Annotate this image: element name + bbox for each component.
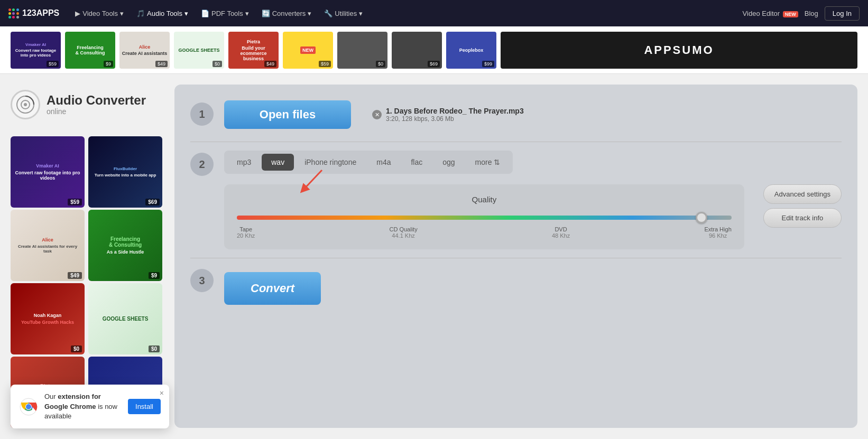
quality-panel: Quality Tape 20 Khz CD Quality bbox=[224, 184, 744, 249]
ad-price-9: $99 bbox=[482, 61, 494, 67]
ad-banner: Vmaker AI Convert raw footage into pro v… bbox=[0, 26, 868, 74]
nav-item-audio-tools[interactable]: 🎵 Audio Tools ▾ bbox=[131, 6, 193, 21]
step2-content: mp3 wav iPhone ringtone m4a flac ogg mor… bbox=[224, 151, 842, 249]
navbar: 123APPS ▶ Video Tools ▾ 🎵 Audio Tools ▾ … bbox=[0, 0, 868, 26]
ad-thumb-4[interactable]: GOOGLE SHEETS $0 bbox=[174, 32, 224, 69]
pdf-icon: 📄 bbox=[201, 10, 209, 17]
nav-item-video-tools[interactable]: ▶ Video Tools ▾ bbox=[70, 6, 129, 21]
format-tabs: mp3 wav iPhone ringtone m4a flac ogg mor… bbox=[224, 151, 513, 174]
quality-mark-tape: Tape 20 Khz bbox=[237, 226, 255, 239]
converter-area: 1 Open files ✕ 1. Days Before Rodeo_ The… bbox=[174, 85, 857, 428]
ad-thumb-2[interactable]: Freelancing& Consulting $9 bbox=[65, 32, 115, 69]
ad-thumb-6[interactable]: NEW $59 bbox=[283, 32, 333, 69]
format-quality-row: Quality Tape 20 Khz CD Quality bbox=[224, 184, 842, 249]
sidebar-ad-1[interactable]: Vmaker AI Convert raw footage into pro v… bbox=[11, 136, 85, 208]
quality-slider[interactable] bbox=[237, 216, 732, 220]
nav-item-converters[interactable]: 🔄 Converters ▾ bbox=[256, 6, 317, 21]
app-logo-icon bbox=[11, 90, 40, 119]
svg-point-8 bbox=[26, 404, 31, 409]
main-layout: Audio Converter online Vmaker AI Convert… bbox=[0, 74, 868, 438]
arrow-svg bbox=[293, 167, 325, 194]
nav-item-pdf-tools[interactable]: 📄 PDF Tools ▾ bbox=[196, 6, 254, 21]
format-tab-flac[interactable]: flac bbox=[401, 154, 432, 171]
svg-point-2 bbox=[24, 103, 27, 106]
step3-row: 3 Convert bbox=[190, 267, 842, 305]
converters-icon: 🔄 bbox=[262, 10, 270, 17]
sidebar-ad-price-3: $49 bbox=[68, 272, 82, 279]
ad-thumb-7[interactable]: $0 bbox=[337, 32, 387, 69]
ad-price-1: $59 bbox=[47, 61, 59, 67]
quality-slider-wrap bbox=[237, 212, 732, 222]
step1-number: 1 bbox=[190, 102, 214, 126]
format-tab-ogg[interactable]: ogg bbox=[433, 154, 464, 171]
convert-area: Convert bbox=[224, 267, 842, 305]
nav-item-utilities[interactable]: 🔧 Utilities ▾ bbox=[319, 6, 368, 21]
ad-price-4: $0 bbox=[213, 61, 222, 67]
nav-items: ▶ Video Tools ▾ 🎵 Audio Tools ▾ 📄 PDF To… bbox=[70, 6, 738, 21]
open-files-button[interactable]: Open files bbox=[224, 100, 351, 129]
quality-mark-cd: CD Quality 44.1 Khz bbox=[389, 226, 417, 239]
app-logo-area: Audio Converter online bbox=[11, 85, 164, 125]
toast-close-button[interactable]: × bbox=[160, 389, 164, 397]
divider-2 bbox=[190, 258, 842, 258]
format-tab-mp3[interactable]: mp3 bbox=[227, 154, 261, 171]
file-info: ✕ 1. Days Before Rodeo_ The Prayer.mp3 3… bbox=[372, 107, 524, 123]
ad-price-3: $49 bbox=[155, 61, 168, 67]
format-tab-m4a[interactable]: m4a bbox=[367, 154, 400, 171]
sidebar-ad-4[interactable]: Freelancing& Consulting As a Side Hustle… bbox=[88, 210, 162, 281]
blog-link[interactable]: Blog bbox=[805, 10, 818, 17]
step1-content: Open files ✕ 1. Days Before Rodeo_ The P… bbox=[224, 100, 842, 129]
step3-number: 3 bbox=[190, 269, 214, 292]
video-editor-link[interactable]: Video Editor NEW bbox=[743, 10, 798, 17]
red-arrow bbox=[293, 167, 325, 194]
sidebar-ad-5[interactable]: Noah Kagan YouTube Growth Hacks $0 bbox=[11, 283, 85, 354]
appsumo-ad[interactable]: APPSUMO bbox=[501, 32, 857, 69]
install-button[interactable]: Install bbox=[128, 399, 161, 414]
sidebar-ad-6[interactable]: GOOGLE SHEETS $0 bbox=[88, 283, 162, 354]
ad-thumb-5[interactable]: Pietra Build your ecommerce business $49 bbox=[228, 32, 279, 69]
file-meta: 3:20, 128 kbps, 3.06 Mb bbox=[386, 115, 524, 123]
login-button[interactable]: Log In bbox=[825, 6, 860, 21]
quality-mark-dvd: DVD 48 Khz bbox=[552, 226, 570, 239]
file-name: 1. Days Before Rodeo_ The Prayer.mp3 bbox=[386, 107, 524, 115]
ad-thumb-1[interactable]: Vmaker AI Convert raw footage into pro v… bbox=[11, 32, 61, 69]
sidebar-ad-price-4: $9 bbox=[149, 272, 160, 279]
edit-track-info-button[interactable]: Edit track info bbox=[763, 208, 842, 228]
step2-number: 2 bbox=[190, 153, 214, 176]
ad-thumb-8[interactable]: $69 bbox=[392, 32, 442, 69]
ad-price-2: $9 bbox=[104, 61, 113, 67]
quality-mark-extra-high: Extra High 96 Khz bbox=[704, 226, 731, 239]
file-close-btn[interactable]: ✕ bbox=[372, 110, 382, 119]
chrome-toast: Our extension for Google Chrome is now a… bbox=[11, 385, 169, 428]
step1-row: 1 Open files ✕ 1. Days Before Rodeo_ The… bbox=[190, 100, 842, 129]
app-sub: online bbox=[47, 107, 146, 116]
svg-line-4 bbox=[303, 170, 322, 190]
step3-content: Convert bbox=[224, 267, 842, 305]
nav-right: Video Editor NEW Blog Log In bbox=[743, 6, 860, 21]
sidebar-ad-price-1: $59 bbox=[68, 199, 82, 206]
app-logo-text: Audio Converter online bbox=[47, 94, 146, 116]
utilities-icon: 🔧 bbox=[324, 10, 333, 17]
right-buttons: Advanced settings Edit track info bbox=[763, 184, 842, 228]
ad-thumb-9[interactable]: Peoplebox $99 bbox=[446, 32, 496, 69]
video-icon: ▶ bbox=[75, 10, 80, 17]
sidebar-ad-2[interactable]: FluxBuilder Turn website into a mobile a… bbox=[88, 136, 162, 208]
quality-marks: Tape 20 Khz CD Quality 44.1 Khz DVD 48 K… bbox=[237, 226, 732, 239]
ad-thumb-3[interactable]: Alice Create AI assistants $49 bbox=[119, 32, 170, 69]
audio-icon: 🎵 bbox=[136, 10, 145, 17]
ad-price-5: $49 bbox=[264, 61, 276, 67]
sidebar-ads: Vmaker AI Convert raw footage into pro v… bbox=[11, 136, 164, 428]
format-tab-more[interactable]: more ⇅ bbox=[466, 154, 510, 171]
convert-button[interactable]: Convert bbox=[224, 272, 321, 305]
chrome-icon bbox=[19, 397, 38, 416]
sidebar-ad-price-5: $0 bbox=[71, 345, 82, 352]
quality-section: Quality Tape 20 Khz CD Quality bbox=[224, 184, 744, 249]
sidebar-ad-3[interactable]: Alice Create AI assistants for every tas… bbox=[11, 210, 85, 281]
ad-price-8: $69 bbox=[428, 61, 440, 67]
advanced-settings-button[interactable]: Advanced settings bbox=[763, 184, 842, 204]
app-name: Audio Converter bbox=[47, 94, 146, 107]
format-tab-wav[interactable]: wav bbox=[262, 154, 294, 171]
new-badge: NEW bbox=[783, 11, 798, 17]
logo-area[interactable]: 123APPS bbox=[8, 8, 59, 18]
sidebar-ad-price-2: $69 bbox=[145, 199, 160, 206]
